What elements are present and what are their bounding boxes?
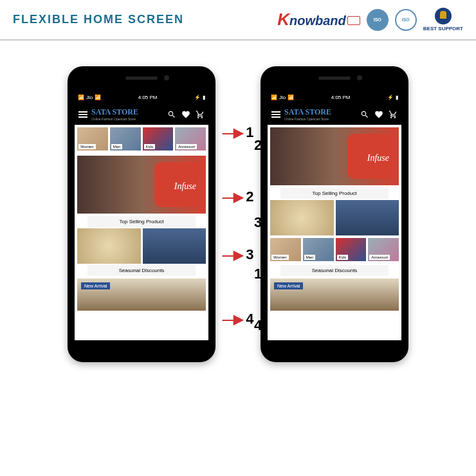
carrier-label: Jio [279, 95, 286, 100]
clock-label: 4:05 PM [138, 95, 158, 100]
category-item[interactable]: Accessori [175, 127, 206, 151]
product-item[interactable] [143, 228, 206, 264]
phone-left: 📶 Jio 📶 4:05 PM ⚡ ▮ SATA STORE Online Fa… [68, 66, 215, 362]
battery-icon: ▮ [396, 95, 398, 100]
hero-banner[interactable]: Infuse [270, 127, 399, 185]
product-row [268, 200, 401, 235]
top-selling-title: Top Selling Product [280, 188, 389, 199]
signal-icon: 📶 [78, 95, 84, 100]
page-title: FLEXIBLE HOME SCREEN [13, 13, 184, 26]
seasonal-banner[interactable]: New Arrival [77, 279, 206, 311]
pointer: ––▶3 [222, 246, 254, 263]
app-screen-left: SATA STORE Online Fashion Opencart Store… [74, 103, 209, 341]
menu-icon[interactable] [78, 111, 87, 118]
iso-badge-1: ISO [367, 9, 389, 31]
product-item[interactable] [77, 228, 141, 264]
new-arrival-badge: New Arrival [81, 282, 110, 289]
new-arrival-badge: New Arrival [274, 282, 303, 289]
cart-icon [347, 16, 360, 25]
cart-icon[interactable] [389, 110, 398, 119]
signal-icon: 📶 [271, 95, 277, 100]
store-title: SATA STORE Online Fashion Opencart Store [87, 107, 167, 121]
iso-badge-2: ISO [395, 9, 417, 31]
battery-icon: ▮ [203, 95, 205, 100]
search-icon[interactable] [360, 110, 369, 119]
product-item[interactable] [270, 200, 334, 235]
cart-icon[interactable] [196, 110, 205, 119]
store-title: SATA STORE Online Fashion Opencart Store [280, 107, 360, 121]
category-item[interactable]: Kids [336, 238, 367, 261]
top-selling-title: Top Selling Product [87, 216, 196, 227]
app-header: SATA STORE Online Fashion Opencart Store [268, 104, 401, 125]
category-item[interactable]: Men [303, 238, 334, 261]
bluetooth-icon: ⚡ [387, 95, 394, 100]
arrow-right-icon: ––▶ [222, 247, 242, 262]
status-bar: 📶 Jio 📶 4:05 PM ⚡ ▮ [267, 92, 402, 103]
categories-section: Women Men Kids Accessori [75, 125, 208, 153]
hero-banner[interactable]: Infuse [77, 156, 206, 214]
category-item[interactable]: Women [77, 127, 108, 151]
wifi-icon: 📶 [95, 95, 101, 100]
category-item[interactable]: Women [270, 238, 301, 261]
seasonal-title: Seasonal Discounts [87, 265, 196, 276]
seasonal-title: Seasonal Discounts [280, 265, 389, 276]
pointer: ––▶2 [222, 188, 254, 205]
clock-label: 4:05 PM [331, 95, 351, 100]
category-item[interactable]: Kids [143, 127, 174, 151]
app-header: SATA STORE Online Fashion Opencart Store [75, 104, 208, 125]
search-icon[interactable] [167, 110, 176, 119]
app-screen-right: SATA STORE Online Fashion Opencart Store… [267, 103, 402, 341]
arrow-right-icon: ––▶ [222, 125, 242, 140]
product-item[interactable] [336, 200, 399, 235]
bluetooth-icon: ⚡ [194, 95, 201, 100]
logo-group: Knowband ISO ISO BEST SUPPORT [277, 8, 463, 32]
heart-icon[interactable] [181, 110, 190, 119]
phone-wrapper-left: 📶 Jio 📶 4:05 PM ⚡ ▮ SATA STORE Online Fa… [68, 66, 215, 362]
phones-container: 📶 Jio 📶 4:05 PM ⚡ ▮ SATA STORE Online Fa… [0, 41, 476, 388]
wifi-icon: 📶 [288, 95, 294, 100]
categories-section: Women Men Kids Accessori [268, 235, 401, 264]
arrow-right-icon: ––▶ [222, 189, 242, 205]
menu-icon[interactable] [271, 111, 280, 118]
page-header: FLEXIBLE HOME SCREEN Knowband ISO ISO BE… [0, 0, 476, 41]
phone-right: 📶 Jio 📶 4:05 PM ⚡ ▮ SATA STORE Online Fa… [261, 66, 408, 362]
heart-icon[interactable] [374, 110, 383, 119]
pointer: ––▶1 [222, 124, 254, 141]
pointer: ––▶4 [222, 311, 254, 327]
category-item[interactable]: Accessori [368, 238, 399, 261]
phone-wrapper-right: ◀––2 ◀––3 ◀––1 ◀––4 📶 Jio 📶 4:05 PM ⚡ ▮ [261, 66, 408, 362]
support-badge: BEST SUPPORT [423, 8, 463, 32]
status-bar: 📶 Jio 📶 4:05 PM ⚡ ▮ [74, 92, 209, 103]
arrow-right-icon: ––▶ [222, 311, 242, 327]
product-row [75, 228, 208, 264]
category-item[interactable]: Men [110, 127, 141, 151]
trophy-icon [435, 8, 452, 24]
carrier-label: Jio [86, 95, 93, 100]
seasonal-banner[interactable]: New Arrival [270, 279, 399, 311]
knowband-logo: Knowband [277, 10, 360, 30]
